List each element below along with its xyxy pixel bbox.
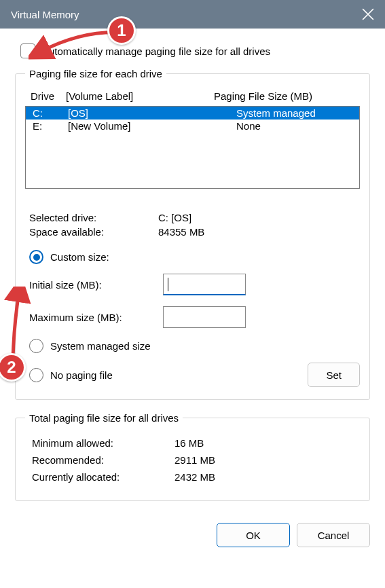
cancel-button[interactable]: Cancel [297, 523, 370, 547]
set-button[interactable]: Set [308, 363, 360, 387]
maximum-size-label: Maximum size (MB): [29, 312, 163, 323]
totals-legend: Total paging file size for all drives [25, 412, 183, 424]
space-available-label: Space available: [29, 226, 158, 238]
maximum-size-input[interactable] [163, 306, 246, 328]
allocated-label: Currently allocated: [32, 471, 175, 483]
selected-drive-value: C: [OS] [158, 212, 191, 223]
space-available-value: 84355 MB [158, 226, 204, 238]
system-managed-label: System managed size [50, 340, 151, 352]
per-drive-fieldset: Paging file size for each drive Drive [V… [15, 68, 370, 400]
totals-fieldset: Total paging file size for all drives Mi… [15, 412, 370, 501]
close-icon[interactable] [362, 8, 374, 20]
custom-size-label: Custom size: [50, 251, 109, 263]
drive-list-header: Drive [Volume Label] Paging File Size (M… [25, 88, 360, 106]
recommended-label: Recommended: [32, 454, 175, 466]
selected-drive-label: Selected drive: [29, 212, 158, 223]
no-paging-label: No paging file [50, 369, 113, 381]
auto-manage-label: Automatically manage paging file size fo… [42, 45, 270, 57]
allocated-value: 2432 MB [175, 471, 215, 483]
minimum-label: Minimum allowed: [32, 437, 175, 449]
ok-button[interactable]: OK [217, 523, 290, 547]
no-paging-radio[interactable] [29, 368, 43, 382]
minimum-value: 16 MB [175, 437, 204, 449]
recommended-value: 2911 MB [175, 454, 215, 466]
custom-size-radio[interactable] [29, 250, 43, 264]
initial-size-input[interactable] [163, 274, 246, 295]
per-drive-legend: Paging file size for each drive [25, 68, 166, 79]
window-title: Virtual Memory [11, 9, 79, 20]
titlebar: Virtual Memory [0, 0, 385, 29]
system-managed-radio[interactable] [29, 339, 43, 353]
drive-row[interactable]: E: [New Volume] None [26, 120, 359, 132]
drive-list[interactable]: C: [OS] System managed E: [New Volume] N… [25, 106, 360, 189]
auto-manage-checkbox[interactable] [20, 43, 35, 58]
drive-row[interactable]: C: [OS] System managed [26, 107, 359, 120]
initial-size-label: Initial size (MB): [29, 279, 163, 291]
